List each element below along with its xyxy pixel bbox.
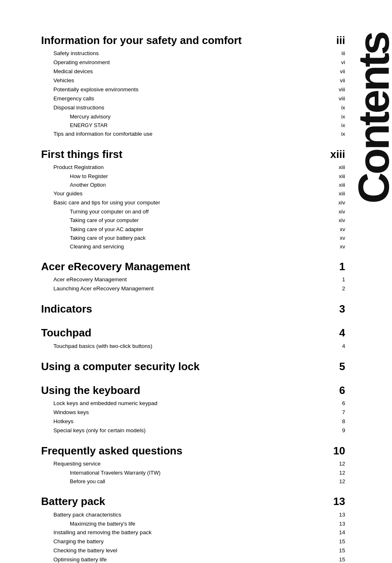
toc-page: 12 [329, 460, 345, 468]
toc-page: xv [329, 243, 345, 251]
toc-page: 13 [329, 520, 345, 528]
toc-page: viii [329, 95, 345, 103]
toc-entry: Turning your computer on and offxiv [41, 208, 345, 216]
toc-title: Safety instructions [53, 49, 329, 58]
toc-entry: Charging the battery15 [41, 538, 345, 546]
toc-entry: Requesting service12 [41, 460, 345, 468]
toc-entry: Vehiclesvii [41, 76, 345, 85]
toc-entry: Safety instructionsiii [41, 49, 345, 58]
toc-entry: Touchpad4 [41, 324, 345, 341]
toc-title: First things first [41, 146, 329, 162]
toc-entry: Taking care of your computerxiv [41, 216, 345, 225]
toc-page: ix [329, 130, 345, 139]
toc-entry: Touchpad basics (with two-click buttons)… [41, 342, 345, 351]
toc-title: Turning your computer on and off [70, 208, 329, 216]
toc-title: Medical devices [53, 67, 329, 76]
toc-title: Tips and information for comfortable use [53, 130, 329, 139]
toc-title: Optimising battery life [53, 556, 329, 563]
toc-entry: Battery pack characteristics13 [41, 511, 345, 519]
toc-title: Taking care of your battery pack [70, 234, 329, 242]
toc-title: Windows keys [53, 408, 329, 417]
toc-page: xiii [329, 190, 345, 198]
toc-entry: Checking the battery level15 [41, 547, 345, 555]
toc-title: Hotkeys [53, 417, 329, 426]
toc-page: iii [329, 32, 345, 49]
toc-page: 1 [329, 258, 345, 275]
toc-page: 4 [329, 324, 345, 341]
toc-page: 6 [329, 382, 345, 399]
toc-page: xiii [329, 181, 345, 189]
toc-entry: Battery pack13 [41, 493, 345, 510]
toc-title: Taking care of your computer [70, 216, 329, 225]
toc-entry: Your guidesxiii [41, 190, 345, 198]
toc-title: Lock keys and embedded numeric keypad [53, 399, 329, 408]
toc-entry: How to Registerxiii [41, 172, 345, 181]
toc-entry: Indicators3 [41, 301, 345, 317]
toc-entry: Hotkeys8 [41, 417, 345, 426]
toc-entry: Before you call12 [41, 477, 345, 486]
toc-page: 2 [329, 285, 345, 293]
toc-title: Your guides [53, 190, 329, 198]
toc-entry: Using the keyboard6 [41, 382, 345, 399]
toc-entry: Installing and removing the battery pack… [41, 528, 345, 537]
toc-page: vii [329, 67, 345, 76]
toc-title: Installing and removing the battery pack [53, 528, 329, 537]
toc-title: Indicators [41, 301, 329, 317]
toc-page: viii [329, 86, 345, 94]
toc-entry: Basic care and tips for using your compu… [41, 199, 345, 207]
toc-page: xiv [329, 199, 345, 207]
toc-page: 13 [329, 511, 345, 519]
toc-entry: Cleaning and servicingxv [41, 243, 345, 251]
toc-title: Disposal instructions [53, 104, 329, 112]
toc-page: 12 [329, 469, 345, 477]
toc-title: Charging the battery [53, 538, 329, 546]
toc-page: xiii [329, 172, 345, 181]
toc-page: xv [329, 234, 345, 242]
toc-entry: Another Optionxiii [41, 181, 345, 189]
toc-title: Using the keyboard [41, 382, 329, 399]
toc-title: Potentially explosive environments [53, 86, 329, 94]
toc-page: 6 [329, 399, 345, 408]
toc-title: Before you call [70, 477, 329, 486]
toc-entry: Optimising battery life15 [41, 556, 345, 563]
toc-entry: Potentially explosive environmentsviii [41, 86, 345, 94]
toc-title: Using a computer security lock [41, 358, 329, 375]
toc-title: Emergency calls [53, 95, 329, 103]
toc-page: xiv [329, 216, 345, 225]
page: Information for your safety and comforti… [0, 0, 392, 563]
toc-title: Vehicles [53, 76, 329, 85]
toc-page: xiii [329, 163, 345, 172]
toc-entry: Using a computer security lock5 [41, 358, 345, 375]
toc-title: Special keys (only for certain models) [53, 426, 329, 435]
toc-title: Operating environment [53, 58, 329, 67]
toc-title: International Travelers Warranty (ITW) [70, 469, 329, 477]
toc-page: ix [329, 104, 345, 112]
toc-entry: Acer eRecovery Management1 [41, 258, 345, 275]
toc-title: Launching Acer eRecovery Management [53, 285, 329, 293]
toc-page: xv [329, 225, 345, 234]
toc-page: vi [329, 58, 345, 67]
toc-title: Product Registration [53, 163, 329, 172]
toc-entry: Maximizing the battery's life13 [41, 520, 345, 528]
toc-page: 10 [329, 443, 345, 459]
toc-page: 15 [329, 556, 345, 563]
toc-entry: Tips and information for comfortable use… [41, 130, 345, 139]
toc-title: Frequently asked questions [41, 443, 329, 459]
toc-entry: Lock keys and embedded numeric keypad6 [41, 399, 345, 408]
toc-entry: Taking care of your AC adapterxv [41, 225, 345, 234]
toc-title: Mercury advisory [70, 113, 329, 121]
toc-entry: Frequently asked questions10 [41, 443, 345, 459]
toc-page: 1 [329, 276, 345, 284]
toc-page: 7 [329, 408, 345, 417]
toc-page: 13 [329, 493, 345, 510]
toc-title: Taking care of your AC adapter [70, 225, 329, 234]
toc-title: Basic care and tips for using your compu… [53, 199, 329, 207]
toc-entry: International Travelers Warranty (ITW)12 [41, 469, 345, 477]
toc-entry: Windows keys7 [41, 408, 345, 417]
toc-entry: Mercury advisoryix [41, 113, 345, 121]
toc-entry: Product Registrationxiii [41, 163, 345, 172]
toc-page: 5 [329, 358, 345, 375]
toc-page: ix [329, 121, 345, 130]
toc-page: 15 [329, 538, 345, 546]
toc-entry: Acer eRecovery Management1 [41, 276, 345, 284]
